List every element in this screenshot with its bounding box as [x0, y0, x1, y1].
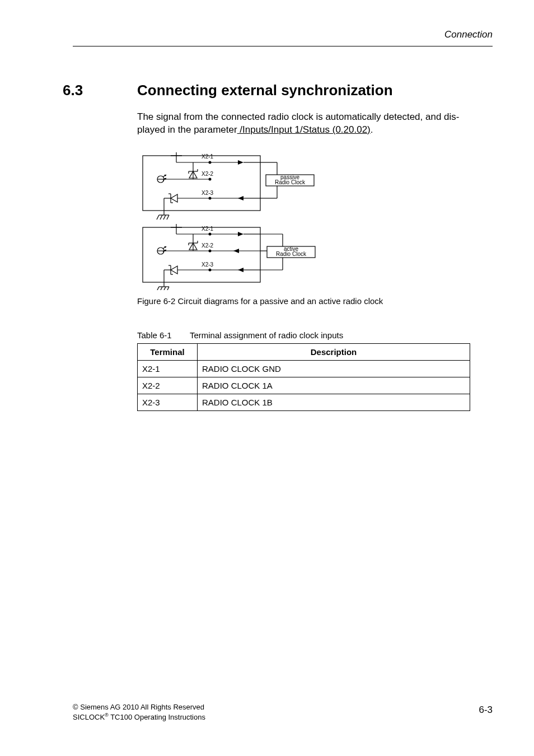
table-row: X2-3 RADIO CLOCK 1B [138, 394, 470, 411]
svg-text:Radio Clock: Radio Clock [275, 179, 306, 185]
header-divider [73, 46, 493, 46]
cell-terminal: X2-2 [138, 377, 198, 394]
cell-terminal: X2-3 [138, 394, 198, 411]
svg-text:X2-3: X2-3 [202, 262, 214, 268]
svg-text:X2-1: X2-1 [202, 153, 214, 160]
table-row: X2-1 RADIO CLOCK GND [138, 361, 470, 377]
figure-caption: Figure 6-2 Circuit diagrams for a passiv… [137, 296, 383, 306]
footer-line2b: TC100 Operating Instructions [109, 713, 205, 721]
table-caption: Table 6-1 Terminal assignment of radio c… [137, 330, 343, 340]
svg-rect-47 [143, 227, 260, 282]
table-header-row: Terminal Description [138, 344, 470, 361]
svg-text:X2-3: X2-3 [202, 190, 214, 196]
svg-text:X2-2: X2-2 [202, 171, 214, 177]
table-caption-title: Terminal assignment of radio clock input… [190, 330, 343, 340]
registered-mark: ® [105, 712, 109, 718]
page-number: 6-3 [479, 704, 493, 716]
terminal-table: Terminal Description X2-1 RADIO CLOCK GN… [137, 343, 470, 411]
svg-rect-21 [143, 156, 260, 211]
intro-paragraph: The signal from the connected radio cloc… [137, 111, 493, 137]
th-description: Description [198, 344, 470, 361]
table-row: X2-2 RADIO CLOCK 1A [138, 377, 470, 394]
footer-left: © Siemens AG 2010 All Rights Reserved SI… [73, 702, 205, 722]
intro-period: . [371, 124, 373, 135]
cell-description: RADIO CLOCK 1B [198, 394, 470, 411]
th-terminal: Terminal [138, 344, 198, 361]
cell-description: RADIO CLOCK GND [198, 361, 470, 377]
svg-text:X2-2: X2-2 [202, 242, 214, 249]
cell-description: RADIO CLOCK 1A [198, 377, 470, 394]
section-title: Connecting external synchronization [137, 82, 393, 99]
figure-diagrams: X2-1 X2-2 X2-3 [137, 150, 344, 290]
svg-text:X2-1: X2-1 [202, 226, 214, 232]
section-number: 6.3 [63, 82, 83, 99]
svg-text:Radio Clock: Radio Clock [276, 251, 307, 257]
copyright-symbol: © [73, 703, 78, 711]
table-caption-prefix: Table 6-1 [137, 330, 172, 340]
cell-terminal: X2-1 [138, 361, 198, 377]
footer-line1: Siemens AG 2010 All Rights Reserved [78, 703, 204, 711]
parameter-link: /Inputs/Input 1/Status (0.20.02) [237, 124, 371, 135]
footer-line2a: SICLOCK [73, 713, 105, 721]
intro-line-1: The signal from the connected radio cloc… [137, 111, 459, 122]
intro-line-2a: played in the parameter [137, 124, 237, 135]
header-section-label: Connection [444, 29, 493, 40]
